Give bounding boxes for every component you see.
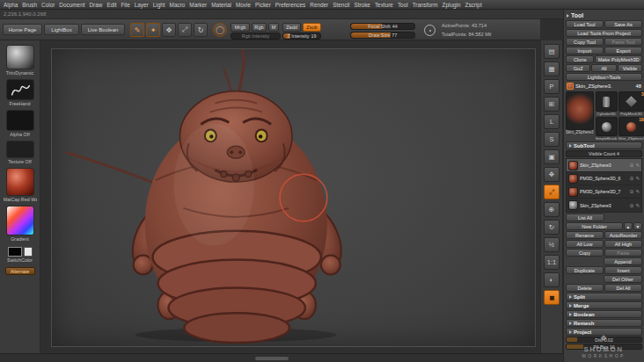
goz-visible-button[interactable]: Visible xyxy=(618,64,642,72)
duplicate-button[interactable]: Duplicate xyxy=(566,266,604,274)
rgb-intensity-slider[interactable]: Rgb Intensity xyxy=(231,33,281,40)
main-color-swatch[interactable] xyxy=(8,247,22,257)
material-selector[interactable]: MatCap Red Wax xyxy=(4,168,37,202)
move-icon[interactable]: ✥ xyxy=(162,23,176,37)
goz-all-button[interactable]: All xyxy=(591,64,616,72)
paste-subtool-button[interactable]: Paste xyxy=(604,249,642,257)
eye-icon[interactable]: ⊙ xyxy=(630,176,634,181)
z-intensity-slider[interactable]: Z Intensity 19 xyxy=(282,33,321,40)
color-swatches[interactable]: SwitchColor xyxy=(4,245,37,263)
menu-item-layer[interactable]: Layer xyxy=(135,2,149,8)
secondary-color-swatch[interactable] xyxy=(24,247,33,257)
append-button[interactable]: Append xyxy=(604,257,642,265)
tool-panel-header[interactable]: Tool xyxy=(566,11,642,19)
aahalf-icon[interactable]: ½ xyxy=(544,237,560,252)
stroke-selector[interactable]: FreeHand xyxy=(4,79,37,106)
move-up-icon[interactable]: ▴ xyxy=(624,222,633,230)
live-boolean-button[interactable]: Live Boolean xyxy=(81,24,125,35)
solo-icon[interactable]: ◼ xyxy=(544,290,560,305)
project-section-header[interactable]: Project xyxy=(566,328,642,336)
subtool-row[interactable]: Skin_ZSphere3 ⊙ ✎ xyxy=(567,159,641,172)
split-section-header[interactable]: Split xyxy=(566,293,642,300)
subtool-row[interactable]: Skin_ZSphere3 ⊙ ✎ xyxy=(567,199,641,212)
visible-count-slider[interactable]: Visible Count 4 xyxy=(566,150,642,157)
current-tool-row[interactable]: Skin_ZSphere3. 48 xyxy=(566,82,642,90)
floor-icon[interactable]: ⊞ xyxy=(544,97,560,112)
persp-icon[interactable]: P xyxy=(544,79,560,94)
menu-item-file[interactable]: File xyxy=(121,2,129,8)
alpha-selector[interactable]: Alpha Off xyxy=(4,110,37,137)
menu-item-alpha[interactable]: Alpha xyxy=(4,2,18,8)
menu-item-zscript[interactable]: Zscript xyxy=(465,2,481,8)
menu-item-render[interactable]: Render xyxy=(310,2,328,8)
sculptris-icon[interactable]: ◯ xyxy=(213,23,227,37)
new-folder-button[interactable]: New Folder xyxy=(566,222,623,230)
list-all-button[interactable]: List All xyxy=(566,214,604,221)
pa-blur-slider[interactable]: PA Blur 10 xyxy=(566,344,642,350)
actual-icon[interactable]: 1:1 xyxy=(544,255,560,270)
paint-icon[interactable]: ✎ xyxy=(635,189,640,194)
texture-selector[interactable]: Texture Off xyxy=(4,141,37,164)
brush-selector[interactable]: TrimDynamic xyxy=(4,45,37,76)
zsub-button[interactable]: Zsub xyxy=(303,23,321,32)
recent-tool-polymesh[interactable]: PolyMesh3D 3 xyxy=(618,91,644,116)
transp-icon[interactable]: ◐ xyxy=(544,272,560,287)
eye-icon[interactable]: ⊙ xyxy=(630,163,634,168)
paint-icon[interactable]: ✎ xyxy=(635,163,640,168)
draw-icon[interactable]: ✦ xyxy=(146,23,160,37)
zoom-icon[interactable]: ⊕ xyxy=(544,202,560,217)
local-icon[interactable]: L xyxy=(544,114,560,129)
save-as-button[interactable]: Save As xyxy=(604,20,642,28)
menu-item-marker[interactable]: Marker xyxy=(189,2,207,8)
rename-button[interactable]: Rename xyxy=(566,231,604,239)
subtool-section-header[interactable]: SubTool xyxy=(566,141,642,149)
merge-section-header[interactable]: Merge xyxy=(566,301,642,309)
alternate-button[interactable]: Alternate xyxy=(5,267,35,275)
rgb-button[interactable]: Rgb xyxy=(252,23,267,32)
rotate-icon[interactable]: ↻ xyxy=(194,23,208,37)
move-down-icon[interactable]: ▾ xyxy=(633,222,642,230)
move-icon[interactable]: ✥ xyxy=(544,167,560,182)
lightbox-button[interactable]: LightBox xyxy=(44,24,79,35)
recent-tool-simplebrush[interactable]: SimpleBrush xyxy=(596,117,618,141)
import-button[interactable]: Import xyxy=(566,47,604,54)
paste-tool-button[interactable]: Paste Tool xyxy=(604,38,642,46)
scale-icon[interactable]: ⤢ xyxy=(178,23,192,37)
menu-item-material[interactable]: Material xyxy=(211,2,231,8)
render-mode-icon[interactable]: ▦ xyxy=(544,62,560,76)
recent-tool-zsphere[interactable]: Skin_ZSphere3 18 xyxy=(618,117,644,141)
all-low-button[interactable]: All Low xyxy=(566,240,604,248)
menu-item-zplugin[interactable]: Zplugin xyxy=(443,2,461,8)
bpr-icon[interactable]: ▤ xyxy=(544,44,560,59)
color-picker[interactable]: Gradient xyxy=(4,206,37,242)
frame-icon[interactable]: ▣ xyxy=(544,149,560,164)
draw-size-slider[interactable]: Draw Size 77 xyxy=(350,32,415,39)
lightbox-tools-button[interactable]: Lightbox>Tools xyxy=(566,73,642,81)
menu-item-stroke[interactable]: Stroke xyxy=(354,2,370,8)
recent-tool-cylinder[interactable]: Cylinder3D xyxy=(596,91,618,116)
paint-icon[interactable]: ✎ xyxy=(635,203,640,208)
menu-item-color[interactable]: Color xyxy=(41,2,55,8)
copy-subtool-button[interactable]: Copy xyxy=(566,249,604,257)
stroke-preview-icon[interactable] xyxy=(424,25,435,36)
menu-item-light[interactable]: Light xyxy=(153,2,165,8)
menu-item-stencil[interactable]: Stencil xyxy=(333,2,349,8)
menu-item-movie[interactable]: Movie xyxy=(236,2,251,8)
paint-icon[interactable]: ✎ xyxy=(635,176,640,181)
autoreorder-button[interactable]: AutoReorder xyxy=(604,231,642,239)
make-polymesh3d-button[interactable]: Make PolyMesh3D xyxy=(595,55,642,63)
eye-icon[interactable]: ⊙ xyxy=(630,189,634,194)
subtool-row[interactable]: PM3D_Sphere3D_7 ⊙ ✎ xyxy=(567,185,641,199)
goz-button[interactable]: GoZ xyxy=(566,64,590,72)
menu-item-macro[interactable]: Macro xyxy=(170,2,186,8)
eye-icon[interactable]: ⊙ xyxy=(630,203,634,208)
canvas-area[interactable] xyxy=(40,40,540,353)
home-page-button[interactable]: Home Page xyxy=(3,24,42,35)
m-button[interactable]: M xyxy=(268,23,279,32)
menu-item-picker[interactable]: Picker xyxy=(255,2,271,8)
active-tool-thumbnail[interactable]: Skin_ZSphere3 xyxy=(566,91,594,141)
del-all-button[interactable]: Del All xyxy=(604,284,642,292)
mrgb-button[interactable]: Mrgb xyxy=(231,23,250,32)
remesh-section-header[interactable]: Remesh xyxy=(566,319,642,327)
menu-item-tool[interactable]: Tool xyxy=(398,2,408,8)
